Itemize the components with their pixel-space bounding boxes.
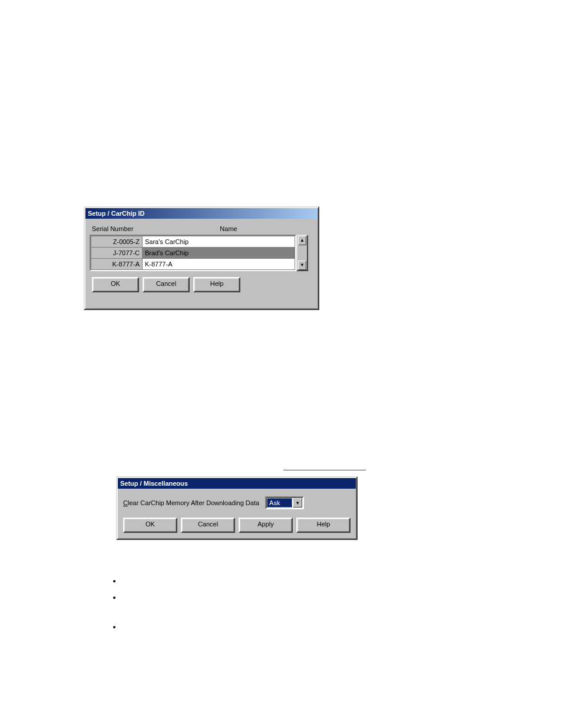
mnemonic-underline: C [123, 499, 128, 506]
dialog1-body: Serial Number Name Z-0005-Z Sara's CarCh… [85, 219, 318, 297]
grid-wrap: Z-0005-Z Sara's CarChip J-7077-C Brad's … [90, 235, 313, 271]
carchip-grid[interactable]: Z-0005-Z Sara's CarChip J-7077-C Brad's … [90, 235, 296, 271]
header-name: Name [144, 225, 313, 232]
table-row[interactable]: Z-0005-Z Sara's CarChip [91, 236, 295, 248]
hyperlink-underline [283, 470, 366, 470]
dialog2-buttons: OK Cancel Apply Help [123, 518, 351, 533]
clear-memory-option: Clear CarChip Memory After Downloading D… [123, 496, 351, 509]
chevron-down-icon[interactable]: ▼ [293, 498, 302, 508]
scroll-up-icon[interactable]: ▲ [298, 236, 306, 245]
cancel-button[interactable]: Cancel [143, 277, 190, 292]
dialog2-titlebar[interactable]: Setup / Miscellaneous [118, 478, 356, 489]
apply-button[interactable]: Apply [239, 518, 293, 533]
dialog1-title: Setup / CarChip ID [88, 210, 145, 217]
clear-memory-label: Clear CarChip Memory After Downloading D… [123, 499, 259, 506]
help-button[interactable]: Help [193, 277, 240, 292]
ok-button[interactable]: OK [123, 518, 177, 533]
cell-serial[interactable]: J-7077-C [91, 248, 143, 259]
dialog1-buttons: OK Cancel Help [90, 277, 313, 292]
table-row[interactable]: K-8777-A K-8777-A [91, 259, 295, 270]
dialog2-title: Setup / Miscellaneous [120, 480, 188, 487]
grid-headers: Serial Number Name [90, 225, 313, 232]
dialog1-titlebar[interactable]: Setup / CarChip ID [85, 208, 318, 219]
dropdown-value[interactable]: Ask [267, 498, 292, 508]
ok-button[interactable]: OK [92, 277, 139, 292]
cell-serial[interactable]: K-8777-A [91, 259, 143, 270]
cell-name[interactable]: Brad's CarChip [143, 248, 295, 259]
clear-memory-label-text: lear CarChip Memory After Downloading Da… [128, 499, 259, 506]
cell-name[interactable]: Sara's CarChip [143, 236, 295, 248]
dialog-miscellaneous: Setup / Miscellaneous Clear CarChip Memo… [116, 476, 358, 540]
help-button[interactable]: Help [296, 518, 351, 533]
cancel-button[interactable]: Cancel [181, 518, 235, 533]
dialog-carchip-id: Setup / CarChip ID Serial Number Name Z-… [84, 206, 319, 310]
cell-name[interactable]: K-8777-A [143, 259, 295, 270]
dialog2-body: Clear CarChip Memory After Downloading D… [117, 489, 356, 538]
cell-serial[interactable]: Z-0005-Z [91, 236, 143, 248]
scroll-down-icon[interactable]: ▼ [298, 261, 306, 270]
clear-memory-dropdown[interactable]: Ask ▼ [265, 496, 304, 509]
grid-scrollbar[interactable]: ▲ ▼ [296, 235, 308, 271]
doc-bullet-list [90, 572, 121, 635]
header-serial: Serial Number [90, 225, 144, 232]
table-row[interactable]: J-7077-C Brad's CarChip [91, 248, 295, 259]
